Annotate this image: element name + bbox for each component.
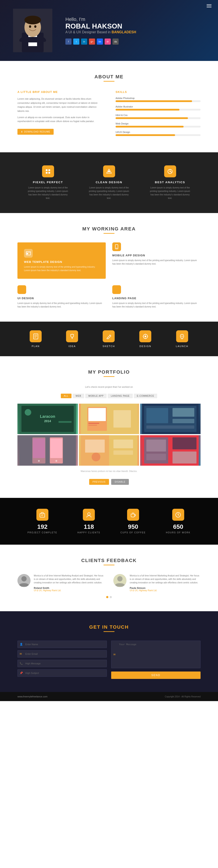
- filter-all[interactable]: All: [61, 394, 72, 398]
- about-section: ABOUT ME A LITTLE BRIF ABOUT ME Lorem is…: [0, 61, 218, 152]
- portfolio-section: MY PORTFOLIO Let's check recent project …: [0, 356, 218, 498]
- web-template-desc: Lorem ipsum is simply dummy text of the …: [24, 265, 99, 272]
- googleplus-icon[interactable]: g+: [89, 38, 95, 44]
- svg-rect-70: [146, 425, 194, 429]
- svg-rect-33: [33, 334, 38, 339]
- feature-desc-analytics: Lorem ipsum is simply dummy text of the …: [148, 186, 192, 200]
- svg-line-41: [74, 334, 74, 335]
- contact-grid: 👤 ✉ 📞 📌 ✉ SEND: [18, 641, 200, 679]
- feedback-content-2: Monica is a full time Internet Marketing…: [130, 574, 200, 592]
- sketch-label: SKETCH: [103, 345, 115, 347]
- working-area-section: MY WORKING AREA WEB TEMPLATE DESIGN Lore…: [0, 213, 218, 321]
- hero-content: Hello, I'm ROBAL HAKSON A UI & UX Design…: [65, 17, 136, 44]
- behance-icon[interactable]: be: [97, 38, 103, 44]
- stat-hours: 650 HOURS OF WORK: [166, 509, 191, 534]
- svg-rect-61: [88, 408, 106, 421]
- feedback-title: CLIENTS FEEDBACK: [18, 558, 200, 563]
- feedback-dot-2[interactable]: [110, 596, 112, 598]
- portfolio-item-5[interactable]: [79, 435, 139, 466]
- svg-rect-69: [173, 419, 194, 423]
- skill-fill-illustrator: [115, 109, 180, 111]
- download-resume-button[interactable]: ⬇ DOWNLOAD RESUME: [18, 129, 54, 135]
- feature-desc-pixel: Lorem ipsum is simply dummy text of the …: [26, 186, 70, 200]
- portfolio-item-2[interactable]: [79, 404, 139, 434]
- skill-illustrator: Adobe Illustrator: [115, 105, 200, 111]
- svg-line-42: [71, 334, 71, 335]
- idea-label: IDEA: [66, 345, 78, 347]
- svg-point-20: [170, 171, 170, 172]
- feedback-role-2: UI & UX, Highway Rank Ltd.: [130, 589, 200, 592]
- feature-title-pixel: PIEXEL PERFECT: [26, 181, 70, 184]
- subject-input[interactable]: [18, 669, 107, 677]
- hero-name: ROBAL HAKSON: [65, 22, 136, 30]
- stat-projects: 192 PROJECT COMPLETE: [27, 509, 57, 534]
- download-label: DOWNLOAD RESUME: [24, 130, 50, 133]
- mobile-desc: Lorem ipsum is simply dummy text of the …: [112, 259, 200, 266]
- stat-coffee: 950 CUPS OF COFFEE: [120, 509, 146, 534]
- svg-text:Laracon: Laracon: [40, 414, 55, 418]
- svg-point-46: [144, 336, 146, 337]
- skill-photoshop: Adobe Photoshop: [115, 97, 200, 102]
- social-icons-container: f t in g+ be dr da: [65, 38, 136, 44]
- dribbble-icon[interactable]: dr: [105, 38, 111, 44]
- process-sketch: SKETCH: [103, 330, 115, 347]
- skills-list: Adobe Photoshop Adobe Illustrator Html &…: [115, 97, 200, 136]
- skill-bar-photoshop: [115, 100, 200, 102]
- feedback-section: CLIENTS FEEDBACK Monica is a full time I…: [0, 545, 218, 611]
- feedback-content-1: Monica is a full time Internet Marketing…: [34, 574, 105, 592]
- phone-input[interactable]: [18, 660, 107, 667]
- hamburger-menu[interactable]: [207, 4, 212, 7]
- pixel-perfect-icon: [42, 165, 54, 177]
- portfolio-item-1[interactable]: Laracon 2014: [18, 404, 78, 434]
- svg-rect-11: [46, 169, 48, 171]
- svg-point-83: [91, 453, 100, 461]
- features-section: PIEXEL PERFECT Lorem ipsum is simply dum…: [0, 152, 218, 213]
- landing-icon: [112, 285, 121, 294]
- portfolio-previous-btn[interactable]: PREVIOUS: [89, 479, 109, 485]
- feature-clean-design: CLEAN DESIGN Lorem ipsum is simply dummy…: [87, 165, 131, 200]
- portfolio-item-6[interactable]: [140, 435, 200, 466]
- svg-point-77: [55, 460, 57, 462]
- filter-landing[interactable]: Landing page: [108, 394, 133, 398]
- svg-point-101: [117, 576, 122, 582]
- feedback-item-1: Monica is a full time Internet Marketing…: [18, 574, 105, 592]
- deviantart-icon[interactable]: da: [112, 38, 118, 44]
- filter-web[interactable]: Web: [73, 394, 84, 398]
- email-input[interactable]: [18, 650, 107, 658]
- filter-ecommerce[interactable]: E-Commerce: [134, 394, 157, 398]
- feedback-dot-1[interactable]: [106, 596, 108, 598]
- portfolio-disable-btn[interactable]: DISABLE: [111, 479, 129, 485]
- filter-mobile[interactable]: Mobile App: [85, 394, 107, 398]
- facebook-icon[interactable]: f: [65, 38, 72, 44]
- clients-icon: [83, 509, 95, 521]
- about-title: ABOUT ME: [18, 74, 200, 80]
- ui-icon: [18, 285, 26, 294]
- portfolio-item-4[interactable]: [18, 435, 78, 466]
- hero-subtitle-prefix: A UI & UX Designer Based in: [65, 30, 111, 34]
- email-input-wrapper: ✉: [18, 650, 107, 658]
- svg-point-5: [24, 16, 41, 24]
- feedback-name-2: Paula Simson: [130, 587, 200, 589]
- svg-rect-63: [88, 425, 97, 426]
- svg-rect-89: [146, 454, 166, 460]
- message-textarea[interactable]: [111, 641, 200, 668]
- skills-subtitle: SKILLS: [115, 90, 200, 94]
- svg-rect-29: [115, 287, 118, 292]
- svg-rect-90: [40, 514, 45, 517]
- working-item-landing: LANDING PAGE Lorem ipsum is simply dummy…: [112, 285, 200, 309]
- send-button[interactable]: SEND: [111, 672, 200, 679]
- linkedin-icon[interactable]: in: [81, 38, 87, 44]
- svg-point-57: [25, 409, 31, 415]
- portfolio-grid: Laracon 2014: [18, 404, 200, 466]
- portfolio-item-3[interactable]: [140, 404, 200, 434]
- feedback-avatar-1: [18, 574, 30, 587]
- feature-title-clean: CLEAN DESIGN: [87, 181, 131, 184]
- name-input[interactable]: [18, 641, 107, 648]
- feedback-navigation: [18, 596, 200, 598]
- twitter-icon[interactable]: t: [73, 38, 79, 44]
- projects-icon: [36, 509, 48, 521]
- contact-underline: [104, 631, 114, 632]
- process-plan: PLAN: [30, 330, 42, 347]
- svg-rect-62: [88, 423, 99, 424]
- svg-text:2014: 2014: [44, 419, 51, 423]
